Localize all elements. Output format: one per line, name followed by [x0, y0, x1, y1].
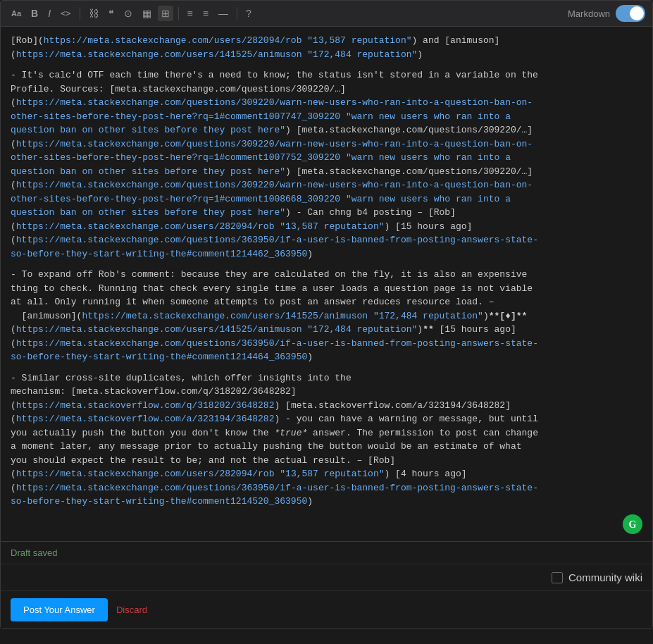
ordered-list-button[interactable]: ≡ [184, 6, 197, 21]
toolbar-divider-1 [80, 7, 80, 20]
draft-status-text: Draft saved [11, 547, 57, 558]
editor-body[interactable]: [Rob](https://meta.stackexchange.com/use… [1, 27, 652, 541]
comment-link-3[interactable]: https://meta.stackexchange.com/questions… [11, 483, 538, 507]
animuson-link-1[interactable]: https://meta.stackexchange.com/users/141… [16, 49, 418, 60]
animuson-link-2[interactable]: https://meta.stackexchange.com/users/141… [82, 311, 483, 321]
so-link-2[interactable]: https://meta.stackoverflow.com/a/323194/… [16, 414, 275, 424]
horizontal-rule-icon: ― [218, 8, 228, 18]
rob-link-3[interactable]: https://meta.stackexchange.com/users/282… [16, 469, 385, 479]
toolbar-divider-2 [178, 7, 179, 20]
post-answer-button[interactable]: Post Your Answer [11, 598, 108, 621]
markdown-label: Markdown [568, 8, 610, 19]
toolbar-divider-3 [237, 7, 237, 20]
unordered-list-button[interactable]: ≡ [199, 6, 212, 21]
community-wiki-label[interactable]: Community wiki [568, 571, 642, 583]
rob-link-2[interactable]: https://meta.stackexchange.com/users/282… [16, 221, 385, 232]
blockquote-button[interactable]: ❝ [105, 6, 118, 21]
community-wiki-checkbox[interactable] [552, 572, 563, 583]
bold-icon: B [31, 8, 38, 18]
comment-link-2[interactable]: https://meta.stackexchange.com/questions… [11, 338, 538, 363]
editor-container: Aa B I <> ⛓ ❝ ⊙ ▦ ⊞ ≡ ≡ [0, 0, 653, 629]
comment-link-1[interactable]: https://meta.stackexchange.com/questions… [11, 235, 538, 259]
code-inline-button[interactable]: <> [57, 6, 74, 20]
code-inline-icon: <> [61, 9, 70, 18]
image-icon: ▦ [142, 8, 151, 18]
content-line-1: [Rob](https://meta.stackexchange.com/use… [11, 34, 642, 61]
draft-status-bar: Draft saved [1, 541, 652, 564]
ordered-list-icon: ≡ [187, 8, 193, 18]
so-link-1[interactable]: https://meta.stackoverflow.com/q/318202/… [16, 400, 275, 411]
image-button[interactable]: ▦ [139, 6, 155, 21]
heading-button[interactable]: Aa [8, 7, 25, 20]
editor-toolbar: Aa B I <> ⛓ ❝ ⊙ ▦ ⊞ ≡ ≡ [1, 1, 652, 27]
rob-link-1[interactable]: https://meta.stackexchange.com/users/282… [44, 35, 412, 46]
grammarly-letter: G [629, 517, 637, 532]
table-button[interactable]: ⊞ [158, 6, 173, 21]
italic-button[interactable]: I [44, 6, 54, 21]
grammarly-icon[interactable]: G [623, 514, 642, 534]
heading-icon: Aa [11, 10, 21, 18]
horizontal-rule-button[interactable]: ― [215, 6, 232, 21]
unordered-list-icon: ≡ [203, 8, 209, 18]
link-button[interactable]: ⛓ [85, 6, 102, 21]
italic-icon: I [48, 8, 51, 18]
markdown-toggle-container: Markdown [568, 5, 645, 22]
community-wiki-bar: Community wiki [1, 564, 652, 590]
code-block-icon: ⊙ [124, 8, 132, 18]
link-icon: ⛓ [89, 8, 99, 18]
help-icon: ? [246, 8, 251, 18]
blockquote-icon: ❝ [108, 8, 114, 18]
bold-button[interactable]: B [27, 6, 42, 21]
discard-link[interactable]: Discard [116, 605, 147, 615]
bottom-action-bar: Post Your Answer Discard [1, 590, 652, 628]
table-icon: ⊞ [161, 8, 170, 18]
animuson-link-3[interactable]: https://meta.stackexchange.com/users/141… [16, 324, 418, 335]
content-line-3: - To expand off Rob's comment: because t… [11, 268, 642, 364]
code-block-button[interactable]: ⊙ [120, 6, 136, 21]
markdown-toggle-switch[interactable] [616, 5, 645, 22]
content-line-4: - Similar cross-site duplicates, which o… [11, 371, 642, 509]
help-button[interactable]: ? [242, 6, 255, 21]
content-line-2: - It's calc'd OTF each time there's a ne… [11, 68, 642, 261]
